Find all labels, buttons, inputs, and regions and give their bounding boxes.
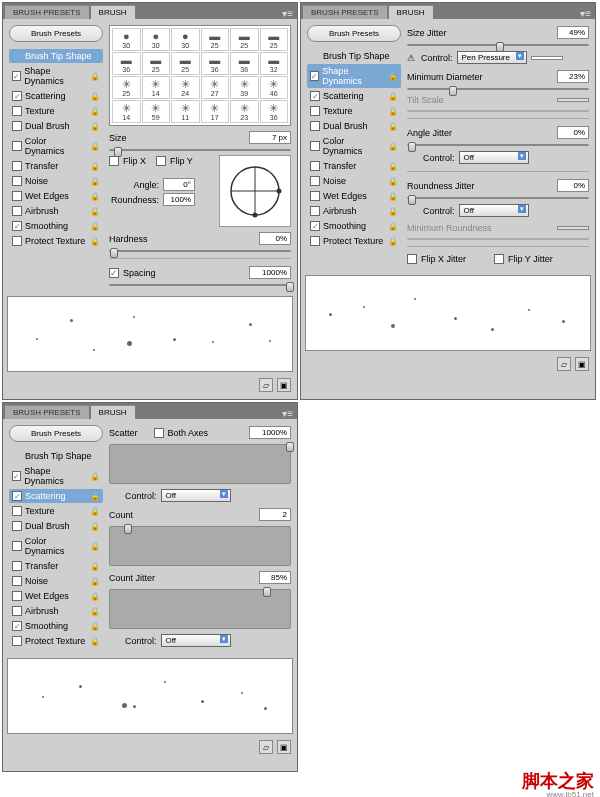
brush-swatch[interactable]: ✳36 — [260, 100, 289, 123]
doc-icon[interactable]: ▣ — [277, 740, 291, 754]
brush-presets-button[interactable]: Brush Presets — [307, 25, 401, 42]
brush-swatch[interactable]: ✳24 — [171, 76, 200, 99]
brush-swatch[interactable]: ✳27 — [201, 76, 230, 99]
checkbox-icon[interactable] — [310, 141, 320, 151]
brush-swatch[interactable]: ▬36 — [112, 52, 141, 75]
checkbox-icon[interactable] — [310, 161, 320, 171]
control-extra[interactable] — [531, 56, 563, 60]
checkbox-icon[interactable] — [12, 506, 22, 516]
flipy-checkbox[interactable] — [156, 156, 166, 166]
spacing-value[interactable]: 1000% — [249, 266, 291, 279]
brush-swatch[interactable]: ✳14 — [142, 76, 171, 99]
brush-swatch[interactable]: ✳39 — [230, 76, 259, 99]
sidebar-item-dual[interactable]: Dual Brush🔒 — [9, 519, 103, 533]
new-icon[interactable]: ▱ — [259, 378, 273, 392]
sidebar-item-tip[interactable]: Brush Tip Shape — [9, 49, 103, 63]
checkbox-icon[interactable] — [12, 561, 22, 571]
checkbox-icon[interactable] — [12, 236, 22, 246]
brush-swatch[interactable]: ✳59 — [142, 100, 171, 123]
checkbox-icon[interactable] — [310, 206, 320, 216]
tab-presets[interactable]: BRUSH PRESETS — [5, 405, 89, 419]
sidebar-item-dual[interactable]: Dual Brush🔒 — [307, 119, 401, 133]
sidebar-item-tran[interactable]: Transfer🔒 — [9, 159, 103, 173]
tab-brush[interactable]: BRUSH — [91, 405, 135, 419]
tab-presets[interactable]: BRUSH PRESETS — [5, 5, 89, 19]
tab-brush[interactable]: BRUSH — [389, 5, 433, 19]
size-slider[interactable] — [109, 149, 291, 151]
checkbox-icon[interactable]: ✓ — [310, 221, 320, 231]
sidebar-item-dyn[interactable]: ✓Shape Dynamics🔒 — [307, 64, 401, 88]
count-jitter-slider[interactable] — [109, 589, 291, 629]
size-jitter-slider[interactable] — [407, 44, 589, 46]
sidebar-item-smooth[interactable]: ✓Smoothing🔒 — [9, 219, 103, 233]
tab-brush[interactable]: BRUSH — [91, 5, 135, 19]
checkbox-icon[interactable] — [12, 121, 22, 131]
new-icon[interactable]: ▱ — [259, 740, 273, 754]
sidebar-item-wet[interactable]: Wet Edges🔒 — [307, 189, 401, 203]
brush-presets-button[interactable]: Brush Presets — [9, 425, 103, 442]
min-dia-value[interactable]: 23% — [557, 70, 589, 83]
control3-dropdown[interactable]: Off — [459, 204, 529, 217]
scatter-control-dropdown[interactable]: Off — [161, 489, 231, 502]
sidebar-item-tip[interactable]: Brush Tip Shape — [9, 449, 103, 463]
sidebar-item-smooth[interactable]: ✓Smoothing🔒 — [307, 219, 401, 233]
new-icon[interactable]: ▱ — [557, 357, 571, 371]
count-slider[interactable] — [109, 526, 291, 566]
both-axes-checkbox[interactable] — [154, 428, 164, 438]
brush-swatch[interactable]: ▬25 — [230, 28, 259, 51]
brush-swatch[interactable]: ✳17 — [201, 100, 230, 123]
sidebar-item-scat[interactable]: ✓Scattering🔒 — [307, 89, 401, 103]
sidebar-item-air[interactable]: Airbrush🔒 — [307, 204, 401, 218]
brush-swatch[interactable]: ▬36 — [230, 52, 259, 75]
angle-widget[interactable] — [219, 155, 291, 227]
count-control-dropdown[interactable]: Off — [161, 634, 231, 647]
checkbox-icon[interactable]: ✓ — [310, 71, 319, 81]
brush-swatch[interactable]: ●30 — [171, 28, 200, 51]
scatter-slider[interactable] — [109, 444, 291, 484]
checkbox-icon[interactable] — [12, 141, 22, 151]
sidebar-item-prot[interactable]: Protect Texture🔒 — [9, 634, 103, 648]
size-value[interactable]: 7 px — [249, 131, 291, 144]
brush-swatch[interactable]: ●30 — [112, 28, 141, 51]
sidebar-item-prot[interactable]: Protect Texture🔒 — [9, 234, 103, 248]
checkbox-icon[interactable] — [310, 121, 320, 131]
brush-swatch[interactable]: ✳14 — [112, 100, 141, 123]
sidebar-item-tex[interactable]: Texture🔒 — [307, 104, 401, 118]
checkbox-icon[interactable] — [12, 106, 22, 116]
sidebar-item-dyn[interactable]: ✓Shape Dynamics🔒 — [9, 464, 103, 488]
sidebar-item-dual[interactable]: Dual Brush🔒 — [9, 119, 103, 133]
sidebar-item-air[interactable]: Airbrush🔒 — [9, 604, 103, 618]
checkbox-icon[interactable]: ✓ — [310, 91, 320, 101]
checkbox-icon[interactable] — [12, 606, 22, 616]
checkbox-icon[interactable]: ✓ — [12, 91, 22, 101]
sidebar-item-tex[interactable]: Texture🔒 — [9, 104, 103, 118]
sidebar-item-dyn[interactable]: ✓Shape Dynamics🔒 — [9, 64, 103, 88]
brush-swatch[interactable]: ▬32 — [260, 52, 289, 75]
roundness-value[interactable]: 100% — [163, 193, 195, 206]
brush-swatch[interactable]: ✳23 — [230, 100, 259, 123]
flipxj-checkbox[interactable] — [407, 254, 417, 264]
brush-swatch[interactable]: ✳11 — [171, 100, 200, 123]
sidebar-item-wet[interactable]: Wet Edges🔒 — [9, 589, 103, 603]
checkbox-icon[interactable] — [310, 106, 320, 116]
hardness-slider[interactable] — [109, 250, 291, 252]
spacing-checkbox[interactable]: ✓ — [109, 268, 119, 278]
sidebar-item-col[interactable]: Color Dynamics🔒 — [9, 134, 103, 158]
control2-dropdown[interactable]: Off — [459, 151, 529, 164]
brush-swatch[interactable]: ▬36 — [201, 52, 230, 75]
brush-presets-button[interactable]: Brush Presets — [9, 25, 103, 42]
size-jitter-value[interactable]: 49% — [557, 26, 589, 39]
sidebar-item-tran[interactable]: Transfer🔒 — [307, 159, 401, 173]
sidebar-item-air[interactable]: Airbrush🔒 — [9, 204, 103, 218]
panel-menu-icon[interactable]: ▾≡ — [278, 8, 297, 19]
checkbox-icon[interactable] — [12, 161, 22, 171]
brush-swatch[interactable]: ▬25 — [260, 28, 289, 51]
sidebar-item-noise[interactable]: Noise🔒 — [9, 574, 103, 588]
checkbox-icon[interactable]: ✓ — [12, 471, 21, 481]
checkbox-icon[interactable]: ✓ — [12, 221, 22, 231]
brush-swatch[interactable]: ▬25 — [142, 52, 171, 75]
count-value[interactable]: 2 — [259, 508, 291, 521]
sidebar-item-wet[interactable]: Wet Edges🔒 — [9, 189, 103, 203]
round-jitter-value[interactable]: 0% — [557, 179, 589, 192]
sidebar-item-tran[interactable]: Transfer🔒 — [9, 559, 103, 573]
